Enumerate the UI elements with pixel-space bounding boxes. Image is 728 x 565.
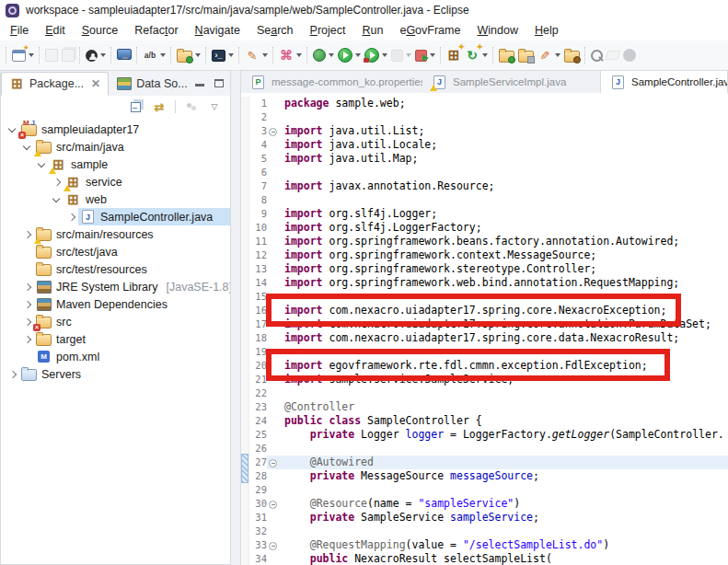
line-number: 7 xyxy=(249,179,267,193)
fold-marker-icon[interactable] xyxy=(267,497,278,511)
editor-tab-samplecontroller-java[interactable]: JSampleController.java xyxy=(600,71,728,93)
chevron-collapsed-icon[interactable] xyxy=(19,280,34,294)
tree-item-pom-xml[interactable]: Mpom.xml xyxy=(1,348,230,365)
tree-item-service[interactable]: ⊞service xyxy=(1,173,230,190)
menu-edit[interactable]: Edit xyxy=(37,22,74,39)
tree-item-label: src/main/resources xyxy=(56,228,154,241)
externalize-strings-button[interactable]: a/b xyxy=(141,45,168,65)
run-coverage-button[interactable] xyxy=(363,45,389,65)
open-package-button[interactable] xyxy=(562,46,582,65)
chevron-collapsed-icon[interactable] xyxy=(19,227,34,242)
tree-item-target[interactable]: target xyxy=(1,330,230,348)
editor-tab-message-common-ko-properties[interactable]: Pmessage-common_ko.properties xyxy=(241,71,422,93)
chevron-expanded-icon[interactable] xyxy=(19,140,34,155)
new-java-project-button[interactable]: ⊞ xyxy=(445,45,463,65)
maximize-icon[interactable] xyxy=(214,79,224,87)
code-editor[interactable]: 1package sample.web;23import java.util.L… xyxy=(241,93,728,565)
fold-marker-icon[interactable] xyxy=(267,538,278,552)
annotation-ruler xyxy=(241,179,249,193)
plugin-search-button[interactable] xyxy=(589,47,605,64)
line-number: 5 xyxy=(249,152,267,166)
fold-marker-icon[interactable] xyxy=(267,455,278,469)
chevron-down-icon[interactable] xyxy=(228,53,234,57)
command-button[interactable]: ⌘ xyxy=(277,45,304,65)
debug-button[interactable] xyxy=(311,46,336,64)
user-profile-button[interactable] xyxy=(84,47,108,64)
tab-package-explorer[interactable]: ⊞ Package... ✕ xyxy=(1,72,109,96)
chevron-down-icon[interactable] xyxy=(160,53,166,57)
chevron-collapsed-icon[interactable] xyxy=(19,332,34,347)
chevron-down-icon[interactable] xyxy=(355,53,361,57)
menu-window[interactable]: Window xyxy=(468,22,526,39)
tree-item-servers[interactable]: Servers xyxy=(1,365,230,383)
fold-marker-icon[interactable] xyxy=(267,124,278,138)
annotation-ruler xyxy=(241,414,249,428)
minimize-icon[interactable] xyxy=(195,84,204,86)
project-tree[interactable]: ×sampleuiadapter17src/main/java⊞sample⊞s… xyxy=(1,119,230,564)
open-search-folder-button[interactable] xyxy=(175,46,202,65)
tree-item-src-test-resources[interactable]: src/test/resources xyxy=(1,260,230,278)
tree-item-maven-dependencies[interactable]: Maven Dependencies xyxy=(1,295,230,313)
open-console-button[interactable]: ›_ xyxy=(210,47,236,64)
chevron-down-icon[interactable] xyxy=(296,53,302,57)
chevron-down-icon[interactable] xyxy=(329,53,334,57)
chevron-collapsed-icon[interactable] xyxy=(49,175,64,190)
menu-search[interactable]: Search xyxy=(248,22,302,39)
annotate-edit-button[interactable]: ✎ xyxy=(243,45,270,65)
chevron-down-icon[interactable] xyxy=(100,53,106,57)
menu-file[interactable]: File xyxy=(2,22,37,39)
tree-item-src-main-java[interactable]: src/main/java xyxy=(1,138,230,156)
new-wizard-button[interactable] xyxy=(10,47,36,64)
view-window-buttons xyxy=(195,71,232,96)
link-with-editor-icon[interactable]: ⇄ xyxy=(152,99,167,114)
chevron-down-icon[interactable] xyxy=(262,53,268,57)
open-type-button[interactable] xyxy=(497,46,516,65)
menu-navigate[interactable]: Navigate xyxy=(187,22,248,39)
annotation-ruler xyxy=(241,193,249,207)
menu-help[interactable]: Help xyxy=(526,22,567,39)
format-brush-button[interactable]: ✎ xyxy=(536,45,562,65)
chevron-down-icon[interactable] xyxy=(29,53,34,57)
fold-column xyxy=(267,290,278,304)
java-file-icon: J xyxy=(80,210,96,225)
close-icon[interactable]: ✕ xyxy=(91,77,100,90)
tree-item-sampleuiadapter17[interactable]: ×sampleuiadapter17 xyxy=(1,121,230,138)
remote-desktop-button[interactable] xyxy=(115,46,133,64)
tab-data-source-explorer[interactable]: Data So... xyxy=(109,72,195,96)
chevron-down-icon[interactable] xyxy=(382,53,387,57)
chevron-collapsed-icon[interactable] xyxy=(19,297,34,312)
tree-item-sample[interactable]: ⊞sample xyxy=(1,156,230,173)
menu-project[interactable]: Project xyxy=(302,22,354,39)
overflow-button[interactable] xyxy=(621,46,638,64)
tree-item-src-main-resources[interactable]: src/main/resources xyxy=(1,225,230,243)
open-resource-button[interactable] xyxy=(516,46,536,65)
line-number: 21 xyxy=(249,373,267,386)
profile-button[interactable] xyxy=(413,47,437,64)
chevron-down-icon[interactable] xyxy=(482,53,488,57)
chevron-expanded-icon[interactable] xyxy=(49,192,64,207)
collapse-all-icon[interactable] xyxy=(129,99,144,114)
menu-run[interactable]: Run xyxy=(353,22,391,39)
update-maven-project-button[interactable]: ↻ xyxy=(463,45,490,65)
menu-egovframe[interactable]: eGovFrame xyxy=(391,22,468,39)
chevron-collapsed-icon[interactable] xyxy=(5,367,19,382)
run-button[interactable] xyxy=(336,45,363,65)
chevron-expanded-icon[interactable] xyxy=(34,157,49,172)
code-text xyxy=(278,193,728,207)
tree-item-src[interactable]: ×src xyxy=(1,313,230,330)
chevron-expanded-icon[interactable] xyxy=(5,122,19,137)
chevron-down-icon[interactable] xyxy=(430,53,435,57)
editor-tab-sampleserviceimpl-java[interactable]: JSampleServiceImpl.java xyxy=(422,71,600,93)
view-menu-icon[interactable]: ▽ xyxy=(207,99,222,114)
tree-item-samplecontroller-java[interactable]: JSampleController.java xyxy=(1,208,230,225)
menu-source[interactable]: Source xyxy=(74,22,127,39)
chevron-collapsed-icon[interactable] xyxy=(64,210,78,225)
tree-item-src-test-java[interactable]: src/test/java xyxy=(1,243,230,260)
chevron-down-icon[interactable] xyxy=(406,53,411,57)
tree-item-web[interactable]: ⊞web xyxy=(1,190,230,208)
chevron-collapsed-icon[interactable] xyxy=(19,315,34,329)
chevron-down-icon[interactable] xyxy=(555,53,560,57)
tree-item-jre-system-library[interactable]: JRE System Library[JavaSE-1.8] xyxy=(1,278,230,295)
menu-refactor[interactable]: Refactor xyxy=(126,22,186,39)
chevron-down-icon[interactable] xyxy=(195,53,201,57)
